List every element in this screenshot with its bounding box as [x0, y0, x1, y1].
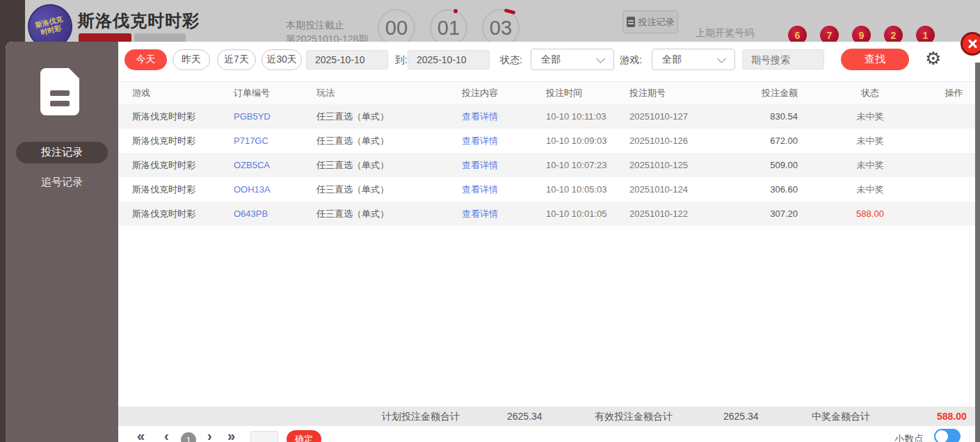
countdown-circle: 01 [430, 9, 467, 47]
cell-status: 未中奖 [808, 183, 933, 196]
document-line [50, 101, 70, 106]
page-confirm-button[interactable]: 确定 [287, 430, 321, 442]
game-select[interactable]: 全部 [652, 49, 735, 70]
page-jump-input[interactable] [250, 431, 278, 442]
view-detail-link[interactable]: 查看详情 [462, 159, 546, 172]
cell-bet-amount: 307.20 [737, 208, 808, 219]
cell-bet-period: 20251010-122 [629, 208, 737, 219]
valid-total-label: 有效投注金额合计 [595, 411, 673, 423]
table-header-cell: 玩法 [316, 87, 462, 99]
valid-total-value: 2625.34 [723, 411, 759, 422]
cell-game: 斯洛伐克时时彩 [118, 208, 234, 220]
game-label: 游戏: [620, 54, 642, 67]
order-id-link[interactable]: P717GC [234, 136, 316, 146]
cell-play-type: 任三直选（单式） [316, 183, 462, 196]
page-title: 斯洛伐克时时彩 [78, 10, 200, 32]
chevron-down-icon [596, 54, 605, 63]
cell-status: 未中奖 [808, 110, 933, 123]
sidebar-item-bet-records[interactable]: 投注记录 [16, 142, 108, 163]
cell-bet-amount: 830.54 [737, 111, 808, 122]
to-label: 到: [395, 54, 408, 67]
last-draw-label: 上期开奖号码 [696, 27, 754, 40]
last-page-icon[interactable]: » [227, 428, 235, 442]
order-id-link[interactable]: OZB5CA [234, 160, 316, 170]
cell-bet-time: 10-10 10:09:03 [546, 136, 629, 146]
bet-record-button-top[interactable]: 投注记录 [622, 10, 678, 33]
order-id-link[interactable]: PGB5YD [234, 111, 316, 122]
play-mode-button-red[interactable] [79, 33, 131, 42]
bet-records-modal: 投注记录追号记录 今天昨天近7天近30天 2025-10-10 到: 2025-… [6, 42, 980, 442]
filter-last30days-button[interactable]: 近30天 [262, 49, 302, 70]
filter-last7days-button[interactable]: 近7天 [217, 49, 256, 70]
view-detail-link[interactable]: 查看详情 [462, 135, 546, 147]
table-row: 斯洛伐克时时彩OZB5CA任三直选（单式）查看详情10-10 10:07:232… [118, 153, 975, 177]
cell-game: 斯洛伐克时时彩 [118, 135, 234, 147]
period-search-input[interactable] [742, 49, 824, 69]
cell-bet-period: 20251010-125 [629, 160, 737, 170]
table-header-cell: 操作 [933, 87, 975, 99]
table-row: 斯洛伐克时时彩PGB5YD任三直选（单式）查看详情10-10 10:11:032… [118, 104, 975, 129]
decimal-toggle-label: 小数点 [894, 433, 924, 442]
document-fold [68, 67, 80, 79]
table-header-cell: 投注内容 [462, 87, 546, 99]
cell-game: 斯洛伐克时时彩 [118, 110, 234, 123]
view-detail-link[interactable]: 查看详情 [462, 208, 546, 220]
table-row: 斯洛伐克时时彩P717GC任三直选（单式）查看详情10-10 10:09:032… [118, 129, 975, 153]
countdown-circle: 00 [378, 9, 415, 47]
toggle-knob [935, 430, 948, 442]
view-detail-link[interactable]: 查看详情 [462, 110, 546, 123]
vertical-scrollbar[interactable] [975, 63, 980, 442]
cell-bet-time: 10-10 10:11:03 [546, 111, 629, 122]
countdown-progress-mark [504, 8, 516, 15]
next-page-icon[interactable]: › [207, 428, 212, 442]
countdown-timer: 000103 [378, 9, 520, 47]
date-from-input[interactable]: 2025-10-10 [306, 50, 388, 69]
cell-status: 588.00 [808, 208, 933, 219]
table-header-cell: 投注期号 [629, 87, 737, 99]
view-detail-link[interactable]: 查看详情 [462, 183, 546, 196]
table-header-cell: 订单编号 [234, 87, 316, 99]
win-total-label: 中奖金额合计 [812, 411, 870, 423]
date-to-input[interactable]: 2025-10-10 [408, 50, 490, 69]
cell-play-type: 任三直选（单式） [316, 110, 462, 123]
status-select-value: 全部 [541, 54, 561, 66]
cell-bet-amount: 306.60 [737, 184, 808, 195]
cell-status: 未中奖 [808, 135, 933, 147]
bet-records-table: 游戏订单编号玩法投注内容投注时间投注期号投注金额状态操作 斯洛伐克时时彩PGB5… [118, 81, 975, 226]
table-header-cell: 状态 [808, 87, 933, 99]
table-header-cell: 投注金额 [737, 87, 808, 99]
table-header-row: 游戏订单编号玩法投注内容投注时间投注期号投注金额状态操作 [118, 81, 975, 104]
cell-bet-time: 10-10 10:07:23 [546, 160, 629, 170]
decimal-toggle-switch[interactable] [934, 429, 961, 442]
table-row: 斯洛伐克时时彩OOH13A任三直选（单式）查看详情10-10 10:05:032… [118, 177, 975, 202]
document-line [50, 90, 70, 96]
planned-total-label: 计划投注金额合计 [382, 411, 460, 423]
close-icon[interactable] [961, 32, 980, 56]
cell-play-type: 任三直选（单式） [316, 159, 462, 172]
sidebar-item-chase-records[interactable]: 追号记录 [16, 172, 108, 193]
win-total-value: 588.00 [937, 411, 967, 422]
cell-bet-time: 10-10 10:05:03 [546, 184, 629, 195]
cell-game: 斯洛伐克时时彩 [118, 159, 234, 172]
order-id-link[interactable]: OOH13A [234, 184, 316, 195]
cell-bet-time: 10-10 10:01:05 [546, 208, 629, 219]
order-id-link[interactable]: O643PB [234, 208, 316, 219]
countdown-circle: 03 [482, 9, 520, 47]
cell-bet-amount: 672.00 [737, 136, 808, 146]
search-button[interactable]: 查找 [841, 49, 909, 70]
table-header-cell: 投注时间 [546, 87, 629, 99]
page-number-button[interactable]: 1 [181, 432, 196, 442]
game-select-value: 全部 [662, 54, 682, 66]
planned-total-value: 2625.34 [507, 411, 543, 422]
play-mode-button-gray[interactable] [134, 33, 186, 42]
status-label: 状态: [500, 54, 522, 67]
countdown-progress-mark [453, 9, 458, 13]
first-page-icon[interactable]: « [137, 428, 145, 442]
filter-today-button[interactable]: 今天 [124, 49, 167, 70]
status-select[interactable]: 全部 [531, 49, 614, 70]
gear-icon[interactable]: ⚙ [925, 48, 941, 69]
chevron-down-icon [717, 54, 726, 63]
modal-sidebar: 投注记录追号记录 [6, 42, 118, 442]
prev-page-icon[interactable]: ‹ [164, 428, 169, 442]
filter-yesterday-button[interactable]: 昨天 [172, 49, 210, 70]
